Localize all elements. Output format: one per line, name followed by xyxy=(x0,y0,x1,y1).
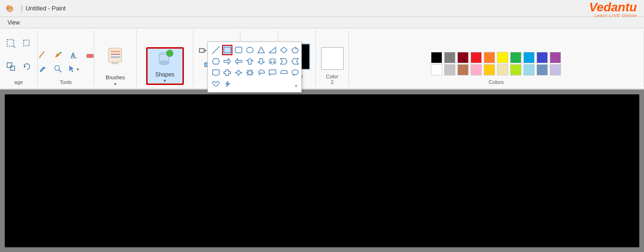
shape-rounded-rect[interactable] xyxy=(233,45,244,55)
svg-line-1 xyxy=(14,46,15,48)
svg-marker-46 xyxy=(269,59,276,64)
svg-point-13 xyxy=(44,67,45,69)
color-swatch[interactable] xyxy=(510,52,521,63)
fill-tool-btn[interactable] xyxy=(50,48,66,61)
svg-marker-37 xyxy=(258,47,264,53)
shapes-scroll-up[interactable]: ▲ xyxy=(294,46,298,50)
svg-marker-42 xyxy=(224,59,231,64)
canvas-area xyxy=(0,90,644,252)
shape-cross[interactable] xyxy=(222,67,232,78)
pencil-tool-btn[interactable] xyxy=(34,48,50,61)
brushes-btn[interactable]: Brushes ▼ xyxy=(101,47,130,85)
color-swatch[interactable] xyxy=(510,64,521,76)
colors-section: Colors xyxy=(349,30,644,87)
svg-rect-0 xyxy=(7,40,14,46)
shape-heart[interactable] xyxy=(211,79,221,89)
color-swatch[interactable] xyxy=(537,52,548,63)
color-swatch[interactable] xyxy=(457,52,469,63)
vedantu-logo: Vedantu Learn LIVE Online xyxy=(589,1,637,18)
menu-view[interactable]: View xyxy=(4,18,24,27)
svg-rect-34 xyxy=(224,47,231,53)
shape-diamond[interactable] xyxy=(279,45,289,55)
svg-marker-43 xyxy=(235,59,242,64)
menu-bar: View xyxy=(0,17,644,28)
window-title: Untitled - Paint xyxy=(25,5,66,12)
color-swatch[interactable] xyxy=(444,64,455,76)
brushes-icon xyxy=(106,46,125,73)
color-swatch[interactable] xyxy=(537,64,548,76)
shape-left-arrow[interactable] xyxy=(233,56,244,67)
shape-down-notch[interactable] xyxy=(211,67,221,78)
svg-rect-4 xyxy=(10,66,15,70)
color-swatch[interactable] xyxy=(484,52,495,63)
shapes-icon xyxy=(155,50,175,70)
select-tool-btn[interactable] xyxy=(3,37,18,50)
image-section-label: age xyxy=(14,79,23,85)
shapes-btn[interactable]: Shapes ▼ xyxy=(146,47,184,85)
color-swatch[interactable] xyxy=(457,64,469,76)
brushes-label: Brushes xyxy=(106,75,124,80)
shape-right-arrow[interactable] xyxy=(222,56,232,67)
color-picker-btn[interactable] xyxy=(34,62,50,76)
shape-down-arrow[interactable] xyxy=(256,56,266,67)
shape-rect-callout[interactable] xyxy=(267,67,278,78)
magnifier-btn[interactable] xyxy=(50,62,66,76)
shape-4star[interactable] xyxy=(233,67,244,78)
color-palette xyxy=(431,52,562,76)
paint-icon: 🎨 xyxy=(5,4,14,13)
svg-rect-3 xyxy=(7,63,12,67)
svg-rect-54 xyxy=(269,70,276,74)
color-swatch[interactable] xyxy=(431,64,442,76)
resize-tool-btn[interactable] xyxy=(3,60,18,73)
color-swatch[interactable] xyxy=(471,64,482,76)
crop-tool-btn[interactable] xyxy=(19,37,34,50)
brushes-section: Brushes ▼ xyxy=(94,30,137,87)
shape-cloud[interactable] xyxy=(279,67,289,78)
colors-section-label: Colors xyxy=(489,79,504,85)
title-bar: 🎨 | Untitled - Paint Vedantu Learn LIVE … xyxy=(0,0,644,17)
color-swatch[interactable] xyxy=(497,64,508,76)
svg-rect-18 xyxy=(108,48,122,62)
shape-hexagon[interactable] xyxy=(211,56,221,67)
svg-point-26 xyxy=(166,50,173,57)
color-swatch[interactable] xyxy=(550,64,561,76)
color-swatch[interactable] xyxy=(523,64,535,76)
paint-canvas[interactable] xyxy=(5,94,639,247)
svg-rect-12 xyxy=(90,54,90,58)
shapes-scroll-down[interactable]: ▼ xyxy=(294,84,298,88)
svg-marker-51 xyxy=(235,70,242,76)
shape-ellipse[interactable] xyxy=(245,45,255,55)
tools-section: A xyxy=(38,30,94,87)
shape-notch-right[interactable] xyxy=(279,56,289,67)
shape-4way-arrow[interactable] xyxy=(267,56,278,67)
shape-triangle[interactable] xyxy=(256,45,266,55)
color-swatch[interactable] xyxy=(444,52,455,63)
shape-cloud-callout[interactable] xyxy=(256,67,266,78)
svg-point-25 xyxy=(159,61,169,65)
color-swatch[interactable] xyxy=(431,52,442,63)
svg-line-6 xyxy=(40,51,44,57)
shapes-grid xyxy=(211,45,298,89)
shape-6star[interactable] xyxy=(245,67,255,78)
svg-marker-45 xyxy=(258,59,264,64)
svg-rect-35 xyxy=(235,47,242,53)
text-tool-btn[interactable]: A xyxy=(66,48,82,61)
svg-text:▼: ▼ xyxy=(76,67,80,72)
title-separator: | xyxy=(21,4,23,13)
shape-right-triangle[interactable] xyxy=(267,45,278,55)
image-section: age xyxy=(0,30,38,87)
color-swatch[interactable] xyxy=(484,64,495,76)
svg-marker-52 xyxy=(247,70,253,76)
shape-line[interactable] xyxy=(211,45,221,55)
color-swatch[interactable] xyxy=(471,52,482,63)
color-swatch[interactable] xyxy=(550,52,561,63)
color-swatch[interactable] xyxy=(523,52,535,63)
shape-up-arrow[interactable] xyxy=(245,56,255,67)
shape-lightning[interactable] xyxy=(222,79,232,89)
color-swatch[interactable] xyxy=(497,52,508,63)
rotate-tool-btn[interactable] xyxy=(19,60,34,73)
selection-tool-btn[interactable]: ▼ xyxy=(66,62,82,76)
shape-rectangle[interactable] xyxy=(222,45,232,55)
tools-grid: A xyxy=(34,48,98,76)
color2-block[interactable] xyxy=(321,47,344,70)
